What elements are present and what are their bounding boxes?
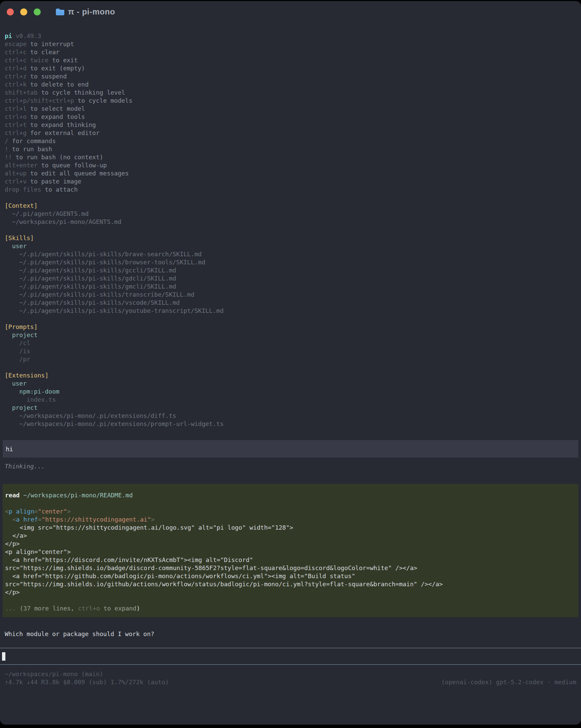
section-row: npm:pi-doom <box>5 388 576 396</box>
section-row: ~/.pi/agent/AGENTS.md <box>5 210 576 218</box>
zoom-icon[interactable] <box>34 8 41 16</box>
shortcut-line: ctrl+c to clear <box>5 48 576 56</box>
tool-call-header: read ~/workspaces/pi-mono/README.md <box>5 491 576 499</box>
section-row: /is <box>5 347 576 355</box>
section-header: [Context] <box>5 202 576 210</box>
code-line: src="https://img.shields.io/badge/discor… <box>5 564 576 572</box>
shortcut-line: escape to interrupt <box>5 40 576 48</box>
input-zone <box>0 648 581 665</box>
shortcut-line: alt+enter to queue follow-up <box>5 161 576 170</box>
code-line: <a href="https://github.com/badlogic/pi-… <box>5 572 576 580</box>
section-row: ~/workspaces/pi-mono/.pi/extensions/diff… <box>5 412 576 420</box>
startup-sections: [Context] ~/.pi/agent/AGENTS.md ~/worksp… <box>5 193 576 428</box>
section-row: ~/workspaces/pi-mono/AGENTS.md <box>5 218 576 226</box>
blank-line <box>5 499 576 508</box>
section-row: user <box>5 380 576 388</box>
code-line: <p align="center"> <box>5 548 576 556</box>
code-line: </p> <box>5 588 576 596</box>
code-line: <a href="https://shittycodingagent.ai"> <box>5 516 576 524</box>
section-row: ~/.pi/agent/skills/pi-skills/gmcli/SKILL… <box>5 283 576 291</box>
shortcut-line: ctrl+l to select model <box>5 105 576 113</box>
assistant-message: Which module or package should I work on… <box>5 630 581 638</box>
help-block: pi v0.49.3escape to interruptctrl+c to c… <box>5 32 576 193</box>
blank-line <box>5 226 576 234</box>
shortcut-line: ctrl+d to exit (empty) <box>5 64 576 72</box>
section-header: [Skills] <box>5 234 576 242</box>
input-border-bottom <box>0 665 581 665</box>
code-line: <a href="https://discord.com/invite/nKXT… <box>5 556 576 564</box>
tool-call-box: read ~/workspaces/pi-mono/README.md <p a… <box>3 484 578 617</box>
blank-line <box>5 193 576 202</box>
section-row: ~/.pi/agent/skills/pi-skills/transcribe/… <box>5 291 576 299</box>
terminal-content: pi v0.49.3escape to interruptctrl+c to c… <box>0 23 581 428</box>
window-title: π - pi-mono <box>68 7 115 17</box>
status-model: (openai-codex) gpt-5.2-codex · medium <box>441 678 576 686</box>
shortcut-line: !! to run bash (no context) <box>5 153 576 161</box>
section-header: [Extensions] <box>5 371 576 380</box>
code-line: src="https://img.shields.io/github/actio… <box>5 580 576 588</box>
shortcut-line: ctrl+v to paste image <box>5 178 576 185</box>
code-line: </p> <box>5 540 576 548</box>
shortcut-line: ctrl+t to expand thinking <box>5 121 576 129</box>
section-row: ~/.pi/agent/skills/pi-skills/gccli/SKILL… <box>5 266 576 275</box>
window-controls <box>7 8 41 16</box>
section-row: project <box>5 331 576 339</box>
shortcut-line: drop files to attach <box>5 185 576 193</box>
shortcut-line: ctrl+g for external editor <box>5 129 576 137</box>
shortcut-line: ctrl+o to expand tools <box>5 113 576 121</box>
section-row: ~/.pi/agent/skills/pi-skills/brave-searc… <box>5 250 576 258</box>
status-cwd: ~/workspaces/pi-mono (main) <box>5 670 103 678</box>
tool-arg: ~/workspaces/pi-mono/README.md <box>20 492 133 499</box>
section-row: user <box>5 242 576 250</box>
section-row: ~/.pi/agent/skills/pi-skills/browser-too… <box>5 258 576 266</box>
shortcut-line: ! to run bash <box>5 145 576 153</box>
shortcut-line: alt+up to edit all queued messages <box>5 170 576 178</box>
code-line: <p align="center"> <box>5 508 576 516</box>
title-group: π - pi-mono <box>56 7 115 17</box>
code-line: <img src="https://shittycodingagent.ai/l… <box>5 524 576 532</box>
user-message-box: hi <box>3 440 578 458</box>
prompt-input[interactable] <box>0 648 581 665</box>
section-row: ~/.pi/agent/skills/pi-skills/youtube-tra… <box>5 307 576 315</box>
code-line: </a> <box>5 532 576 540</box>
shortcut-line: ctrl+c twice to exit <box>5 56 576 64</box>
tool-name: read <box>5 492 20 499</box>
blank-line <box>5 363 576 371</box>
app-version-line: pi v0.49.3 <box>5 32 576 40</box>
shortcut-line: / for commands <box>5 137 576 145</box>
section-row: index.ts <box>5 396 576 404</box>
minimize-icon[interactable] <box>20 8 27 16</box>
text-cursor <box>2 652 5 661</box>
terminal-window: π - pi-mono pi v0.49.3escape to interrup… <box>0 1 581 725</box>
title-bar[interactable]: π - pi-mono <box>0 1 581 23</box>
section-row: ~/.pi/agent/skills/pi-skills/vscode/SKIL… <box>5 299 576 307</box>
tool-output: <p align="center"> <a href="https://shit… <box>5 508 576 613</box>
thinking-indicator: Thinking... <box>5 462 581 470</box>
section-header: [Prompts] <box>5 323 576 331</box>
shortcut-line: shift+tab to cycle thinking level <box>5 88 576 97</box>
section-row: /pr <box>5 355 576 363</box>
section-row: ~/workspaces/pi-mono/.pi/extensions/prom… <box>5 420 576 428</box>
shortcut-line: ctrl+p/shift+ctrl+p to cycle models <box>5 97 576 105</box>
section-row: /cl <box>5 339 576 347</box>
status-bar: ~/workspaces/pi-mono (main) ↑4.7k ↓44 R3… <box>5 670 576 686</box>
code-line: ... (37 more lines, ctrl+o to expand) <box>5 604 576 613</box>
shortcut-line: ctrl+k to delete to end <box>5 80 576 88</box>
folder-icon <box>56 8 64 16</box>
section-row: project <box>5 404 576 412</box>
shortcut-line: ctrl+z to suspend <box>5 72 576 80</box>
section-row: ~/.pi/agent/skills/pi-skills/gdcli/SKILL… <box>5 275 576 283</box>
user-message-text: hi <box>6 445 13 452</box>
code-line <box>5 596 576 604</box>
close-icon[interactable] <box>7 8 14 16</box>
blank-line <box>5 315 576 323</box>
status-token-stats: ↑4.7k ↓44 R3.8k $0.009 (sub) 1.7%/272k (… <box>5 678 169 686</box>
